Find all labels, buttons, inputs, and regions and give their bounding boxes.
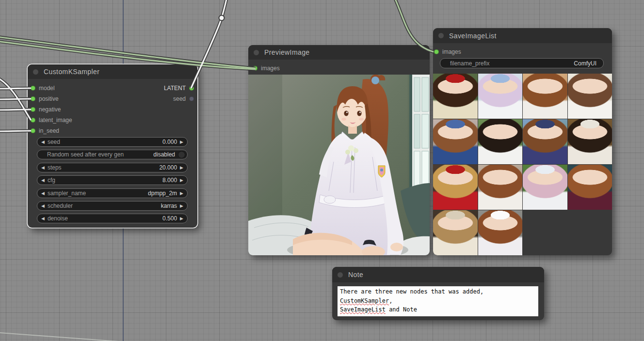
- saved-image-thumbnail-girl-double-buns-navy: [523, 119, 567, 164]
- saved-image-thumbnail-girl-maroon-top-dark: [568, 165, 612, 210]
- input-dot-icon[interactable]: [31, 107, 35, 112]
- note-text-segment: and Note: [386, 306, 417, 313]
- faint-wire-bottom-left: [0, 333, 125, 341]
- widget-denoise[interactable]: ◀denoise0.500▶: [37, 214, 188, 223]
- widget-value: karras: [161, 202, 177, 209]
- increment-arrow-icon[interactable]: ▶: [180, 178, 183, 183]
- collapse-dot-icon[interactable]: [338, 272, 343, 278]
- widget-value: 8.000: [162, 177, 177, 184]
- input-port-latent_image[interactable]: latent_image: [31, 116, 72, 124]
- saved-image-thumbnail-girl-white-dress-sitting: [478, 210, 523, 255]
- widget-label: denoise: [48, 215, 68, 222]
- input-port-in_seed[interactable]: in_seed: [31, 126, 59, 135]
- port-label: images: [442, 48, 461, 55]
- widget-value: disabled: [153, 151, 175, 158]
- widget-filename-prefix[interactable]: filename_prefixComfyUI: [440, 58, 604, 68]
- decrement-arrow-icon[interactable]: ◀: [41, 178, 45, 183]
- saved-image-thumbnail-girl-victorian-dress: [433, 210, 478, 255]
- collapse-dot-icon[interactable]: [438, 33, 444, 38]
- increment-arrow-icon[interactable]: ▶: [180, 204, 183, 208]
- input-dot-icon[interactable]: [253, 66, 258, 71]
- widget-label: filename_prefix: [450, 60, 489, 67]
- input-dot-icon[interactable]: [31, 118, 35, 123]
- node-titlebar[interactable]: CustomKSampler: [28, 64, 197, 79]
- input-port-positive[interactable]: positive: [31, 94, 59, 103]
- node-custom-ksampler[interactable]: CustomKSampler modelpositivenegativelate…: [28, 64, 197, 228]
- increment-arrow-icon[interactable]: ▶: [180, 166, 183, 170]
- widget-label: seed: [48, 139, 60, 145]
- widget-label: cfg: [48, 177, 55, 184]
- node-titlebar[interactable]: Note: [332, 267, 544, 282]
- input-port-images[interactable]: images: [253, 64, 280, 73]
- node-titlebar[interactable]: SaveImageList: [433, 28, 612, 43]
- input-dot-icon[interactable]: [31, 128, 35, 133]
- widget-value: 0.000: [162, 139, 177, 145]
- note-text-segment: There are three new nodes that was added…: [340, 288, 483, 295]
- node-save-image-list[interactable]: SaveImageList imagesfilename_prefixComfy…: [433, 28, 612, 255]
- widget-cfg[interactable]: ◀cfg8.000▶: [37, 175, 188, 185]
- port-label: in_seed: [39, 127, 59, 134]
- input-port-images[interactable]: images: [434, 47, 461, 56]
- collapse-dot-icon[interactable]: [254, 50, 259, 55]
- saved-image-thumbnail-girl-lavender-twintails: [478, 74, 523, 119]
- wire-in-seed-in: [0, 131, 31, 131]
- widget-seed[interactable]: ◀seed0.000▶: [37, 137, 188, 147]
- saved-image-thumbnail-girl-window-light: [568, 74, 612, 119]
- empty-grid-cell: [523, 210, 567, 255]
- input-dot-icon[interactable]: [434, 49, 439, 54]
- saved-images-grid: [433, 74, 612, 255]
- widget-sampler-name[interactable]: ◀sampler_namedpmpp_2m▶: [37, 188, 188, 198]
- output-dot-icon[interactable]: [189, 96, 194, 101]
- input-dot-icon[interactable]: [31, 86, 35, 91]
- increment-arrow-icon[interactable]: ▶: [180, 191, 183, 196]
- node-title: PreviewImage: [264, 48, 310, 56]
- increment-arrow-icon[interactable]: ▶: [180, 217, 183, 221]
- widget-steps[interactable]: ◀steps20.000▶: [37, 163, 188, 172]
- port-label: negative: [39, 106, 61, 113]
- saved-image-thumbnail-girl-red-beret-painting: [433, 74, 478, 119]
- widget-value: ComfyUI: [574, 60, 596, 67]
- toggle-knob-icon[interactable]: [178, 151, 185, 158]
- output-port-latent[interactable]: LATENT: [164, 84, 194, 93]
- node-titlebar[interactable]: PreviewImage: [248, 45, 430, 60]
- widget-label: Random seed after every gen: [47, 151, 124, 158]
- node-note[interactable]: Note There are three new nodes that was …: [332, 267, 544, 320]
- wire-image-to-preview: [0, 37, 256, 68]
- wire-negative-in: [0, 109, 31, 110]
- input-port-model[interactable]: model: [31, 84, 55, 93]
- preview-image-figure: [248, 75, 430, 255]
- port-label: model: [39, 85, 55, 92]
- widget-scheduler[interactable]: ◀schedulerkarras▶: [37, 201, 188, 211]
- output-dot-icon[interactable]: [189, 86, 194, 91]
- saved-image-thumbnail-girl-pink-hair-trees: [523, 165, 567, 210]
- saved-image-thumbnail-girl-ponytail-choker: [478, 165, 523, 210]
- saved-image-thumbnail-girl-blue-swimsuit-room: [433, 119, 478, 164]
- input-dot-icon[interactable]: [31, 96, 35, 101]
- widget-label: scheduler: [48, 202, 73, 209]
- decrement-arrow-icon[interactable]: ◀: [41, 191, 45, 196]
- reroute-dot[interactable]: [219, 16, 225, 21]
- widget-random-seed-after-every-gen[interactable]: Random seed after every gendisabled: [37, 150, 188, 159]
- widget-value: 0.500: [162, 215, 177, 222]
- decrement-arrow-icon[interactable]: ◀: [41, 140, 45, 144]
- node-graph-canvas[interactable]: CustomKSampler modelpositivenegativelate…: [0, 0, 644, 341]
- saved-image-thumbnail-girl-maid-gold-frame: [568, 119, 612, 164]
- decrement-arrow-icon[interactable]: ◀: [41, 217, 45, 221]
- note-textarea[interactable]: There are three new nodes that was added…: [338, 286, 538, 316]
- widget-value: 20.000: [159, 164, 177, 171]
- port-label: images: [261, 65, 280, 72]
- note-word-misspelled: SaveImageList: [340, 306, 386, 313]
- wire-image-to-save-list: [394, 0, 434, 52]
- input-port-negative[interactable]: negative: [31, 105, 61, 114]
- decrement-arrow-icon[interactable]: ◀: [41, 204, 45, 208]
- node-preview-image[interactable]: PreviewImage: [248, 45, 430, 255]
- output-port-seed[interactable]: seed: [173, 94, 194, 103]
- collapse-dot-icon[interactable]: [33, 69, 38, 75]
- saved-image-thumbnail-girl-blonde-red-dress: [433, 165, 478, 210]
- preview-image: [248, 75, 430, 255]
- node-title: CustomKSampler: [44, 68, 99, 76]
- decrement-arrow-icon[interactable]: ◀: [41, 166, 45, 170]
- saved-image-thumbnail-girl-white-blouse-warm: [523, 74, 567, 119]
- increment-arrow-icon[interactable]: ▶: [180, 140, 183, 144]
- widget-label: sampler_name: [48, 190, 86, 197]
